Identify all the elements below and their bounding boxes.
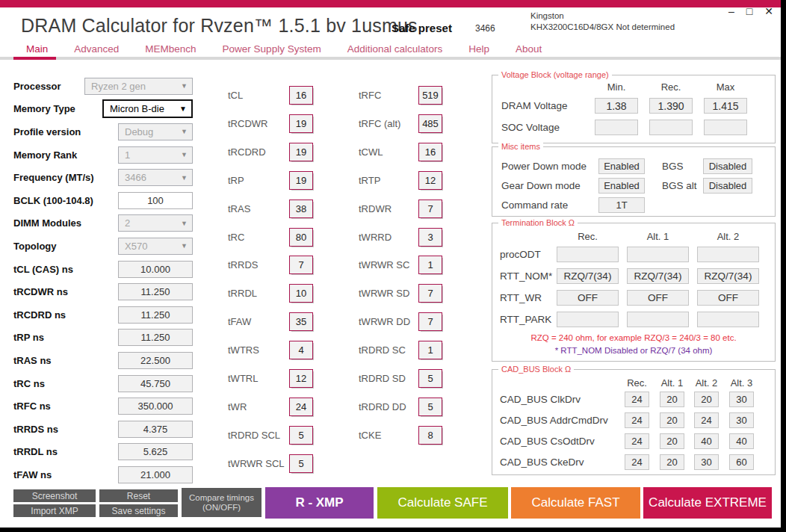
trcdwr-value-box[interactable]: 19: [289, 114, 313, 133]
save-settings-button[interactable]: Save settings: [99, 504, 178, 517]
dram-voltage-rec-box: 1.390: [649, 98, 693, 114]
tfaw-value-box[interactable]: 35: [289, 312, 313, 331]
tab-underline: [0, 57, 781, 60]
dimm-modules-select: 2▼: [118, 214, 193, 232]
trp-value-box[interactable]: 19: [289, 171, 313, 190]
tfaw-ns-input: 21.000: [118, 466, 193, 483]
trfc-value-box[interactable]: 519: [418, 86, 442, 105]
maximize-icon[interactable]: □: [746, 5, 752, 17]
trrds-value-box[interactable]: 7: [289, 256, 313, 274]
bgs-alt-value-box: Disabled: [703, 178, 752, 194]
trcdwr-ns-input: 11.250: [118, 283, 193, 300]
tcl-value-box[interactable]: 16: [289, 86, 313, 105]
cad-bus-addrcmddrv-rec-box: 24: [625, 412, 649, 428]
timing-row-twrrd: tWRRD3: [359, 228, 442, 247]
timing-label: tRFC (alt): [359, 118, 400, 129]
column-header-alt-3: Alt. 3: [729, 377, 754, 389]
timing-label: tRDRD DD: [359, 401, 406, 412]
calculate-fast-button[interactable]: Calculate FAST: [511, 487, 640, 519]
column-header-max: Max: [704, 81, 747, 93]
timing-label: tRRDL: [228, 288, 257, 299]
frequency-mt-s-select: 3466▼: [118, 169, 193, 186]
tab-advanced[interactable]: Advanced: [74, 43, 119, 55]
page-title: DRAM Calculator for Rvzen™ 1.5.1 bv 1usm…: [21, 15, 418, 37]
timing-label: tRCDWR: [228, 118, 267, 129]
trrdl-value-box[interactable]: 10: [289, 284, 313, 303]
misc-items-title: Misc items: [498, 142, 543, 151]
configuration-panel: ProcessorRyzen 2 gen▼Memory TypeMicron B…: [13, 75, 193, 486]
memory-rank-label: Memory Rank: [13, 149, 77, 161]
column-header-alt-1: Alt. 1: [627, 231, 689, 243]
tab-about[interactable]: About: [516, 43, 542, 55]
button-label-line1: Compare timings: [189, 493, 254, 503]
memory-type-select[interactable]: Micron B-die▼: [102, 99, 193, 118]
tab-additional-calculators[interactable]: Additional calculators: [347, 43, 443, 55]
bclk-100-104-8-input[interactable]: 100: [118, 192, 193, 209]
soc-voltage-label: SOC Voltage: [501, 122, 560, 133]
termination-block-panel: Termination Block Ω RZQ = 240 ohm, for e…: [492, 223, 776, 362]
trdrd-scl-value-box[interactable]: 5: [289, 426, 313, 445]
timing-label: tRDRD SD: [359, 373, 406, 384]
compare-timings-button[interactable]: Compare timings(ON/OFF): [182, 488, 262, 517]
calculate-safe-button[interactable]: Calculate SAFE: [377, 487, 508, 519]
timing-row-twrwr-sc: tWRWR SC1: [359, 256, 442, 275]
tcke-value-box[interactable]: 8: [418, 426, 442, 445]
tcl-cas-ns-label: tCL (CAS) ns: [13, 264, 73, 275]
twrwr-scl-value-box[interactable]: 5: [289, 454, 313, 473]
trdwr-value-box[interactable]: 7: [418, 200, 442, 218]
tab-membench[interactable]: MEMbench: [145, 43, 196, 55]
twtrs-value-box[interactable]: 4: [289, 341, 313, 359]
timing-label: tCWL: [359, 146, 383, 158]
gear-down-mode-value-box: Enabled: [598, 178, 645, 194]
column-header-rec: Rec.: [625, 377, 649, 389]
trc-value-box[interactable]: 80: [289, 228, 313, 247]
trfc-alt-value-box[interactable]: 485: [418, 114, 442, 133]
command-rate-label: Command rate: [501, 200, 568, 211]
field-row-trfc-ns: tRFC ns350.000: [13, 395, 193, 418]
trp-ns-label: tRP ns: [13, 332, 44, 343]
topology-select: X570▼: [118, 238, 193, 255]
twrwr-sc-value-box[interactable]: 1: [418, 256, 442, 274]
screenshot-button[interactable]: Screenshot: [13, 489, 96, 502]
trdrd-dd-value-box[interactable]: 5: [418, 398, 442, 416]
trdrd-sd-value-box[interactable]: 5: [418, 369, 442, 388]
trcdrd-value-box[interactable]: 19: [289, 143, 313, 161]
termination-block-title: Termination Block Ω: [498, 218, 578, 227]
r-xmp-button[interactable]: R - XMP: [265, 487, 374, 519]
twrwr-dd-value-box[interactable]: 7: [418, 312, 442, 331]
tab-bar: MainAdvancedMEMbenchPower Supply SystemA…: [26, 43, 542, 55]
field-row-memory-type: Memory TypeMicron B-die▼: [13, 98, 193, 121]
timing-label: tRTP: [359, 175, 380, 186]
rtt-park-label: RTT_PARK: [500, 314, 551, 325]
tras-value-box[interactable]: 38: [289, 200, 313, 218]
chevron-down-icon: ▼: [181, 174, 188, 182]
field-row-frequency-mt-s: Frequency (MT/s)3466▼: [13, 166, 193, 189]
rtt-wr-alt-1-box: OFF: [627, 290, 689, 306]
cad-bus-ckedrv-rec-box: 24: [625, 454, 649, 470]
misc-items-panel: Misc items Power Down modeEnabledBGSDisa…: [492, 146, 776, 217]
tab-main[interactable]: Main: [26, 43, 48, 55]
tcwl-value-box[interactable]: 16: [418, 143, 442, 161]
bclk-100-104-8-label: BCLK (100-104.8): [13, 195, 93, 206]
twrwr-sd-value-box[interactable]: 7: [418, 284, 442, 303]
import-xmp-button[interactable]: Import XMP: [13, 504, 96, 517]
timing-label: tRCDRD: [228, 146, 266, 158]
tab-power-supply-system[interactable]: Power Supply System: [223, 43, 321, 55]
twrrd-value-box[interactable]: 3: [418, 228, 442, 247]
twtrl-value-box[interactable]: 12: [289, 369, 313, 388]
timing-label: tWTRL: [228, 373, 258, 384]
timing-row-trdrd-scl: tRDRD SCL5: [228, 426, 313, 445]
minimize-icon[interactable]: –: [728, 5, 734, 17]
calculate-extreme-button[interactable]: Calculate EXTREME: [643, 487, 772, 519]
chevron-down-icon: ▼: [181, 82, 188, 90]
twr-value-box[interactable]: 24: [289, 398, 313, 416]
trtp-value-box[interactable]: 12: [418, 171, 442, 190]
close-icon[interactable]: ✕: [764, 5, 773, 17]
reset-button[interactable]: Reset: [99, 489, 178, 502]
timing-row-trp: tRP19: [228, 171, 313, 191]
selected-value: Ryzen 2 gen: [91, 81, 146, 92]
tab-help[interactable]: Help: [468, 43, 489, 55]
trdrd-sc-value-box[interactable]: 1: [418, 341, 442, 359]
timing-row-tcl: tCL16: [228, 86, 313, 105]
field-row-bclk-100-104-8: BCLK (100-104.8)100: [13, 189, 193, 212]
